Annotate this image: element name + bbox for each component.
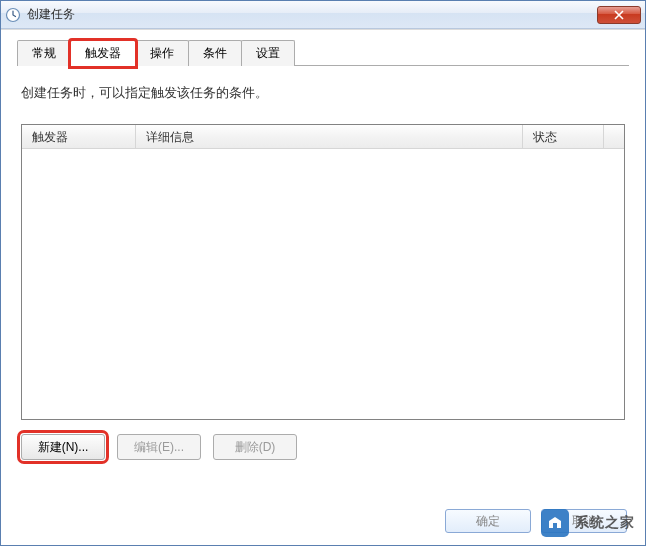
dialog-footer: 确定 取消 <box>445 509 627 533</box>
dialog-window: 创建任务 常规 触发器 操作 条件 设置 创建任务时，可以指定触发该任务的条件。… <box>0 0 646 546</box>
tab-label: 条件 <box>203 46 227 60</box>
button-label: 取消 <box>572 513 596 530</box>
table-header: 触发器 详细信息 状态 <box>22 125 624 149</box>
edit-button: 编辑(E)... <box>117 434 201 460</box>
tab-label: 常规 <box>32 46 56 60</box>
close-icon <box>614 10 624 20</box>
button-label: 新建(N)... <box>38 439 89 456</box>
description-text: 创建任务时，可以指定触发该任务的条件。 <box>21 84 625 102</box>
tab-label: 触发器 <box>85 46 121 60</box>
tab-conditions[interactable]: 条件 <box>188 40 242 66</box>
column-tail <box>603 125 624 148</box>
titlebar[interactable]: 创建任务 <box>1 1 645 29</box>
close-button[interactable] <box>597 6 641 24</box>
new-button[interactable]: 新建(N)... <box>21 434 105 460</box>
column-trigger[interactable]: 触发器 <box>22 125 136 148</box>
tab-label: 操作 <box>150 46 174 60</box>
window-title: 创建任务 <box>27 6 597 23</box>
button-label: 删除(D) <box>235 439 276 456</box>
delete-button: 删除(D) <box>213 434 297 460</box>
button-row: 新建(N)... 编辑(E)... 删除(D) <box>21 434 625 460</box>
tab-actions[interactable]: 操作 <box>135 40 189 66</box>
tab-general[interactable]: 常规 <box>17 40 71 66</box>
button-label: 编辑(E)... <box>134 439 184 456</box>
clock-icon <box>5 7 21 23</box>
tab-body-triggers: 创建任务时，可以指定触发该任务的条件。 触发器 详细信息 状态 新建(N)...… <box>1 66 645 474</box>
cancel-button[interactable]: 取消 <box>541 509 627 533</box>
tab-strip: 常规 触发器 操作 条件 设置 <box>1 30 645 66</box>
tab-settings[interactable]: 设置 <box>241 40 295 66</box>
ok-button[interactable]: 确定 <box>445 509 531 533</box>
content-area: 常规 触发器 操作 条件 设置 创建任务时，可以指定触发该任务的条件。 触发器 … <box>1 29 645 545</box>
tab-triggers[interactable]: 触发器 <box>70 40 136 67</box>
button-label: 确定 <box>476 513 500 530</box>
column-detail[interactable]: 详细信息 <box>136 125 523 148</box>
triggers-table[interactable]: 触发器 详细信息 状态 <box>21 124 625 420</box>
column-status[interactable]: 状态 <box>523 125 603 148</box>
tab-label: 设置 <box>256 46 280 60</box>
